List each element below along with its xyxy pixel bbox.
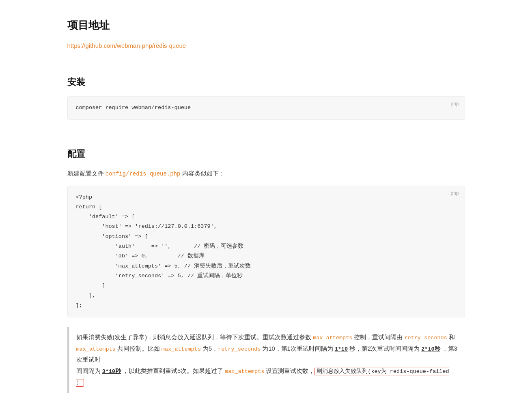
- project-title: 项目地址: [67, 16, 465, 34]
- notice-text-5: 为5，: [201, 345, 218, 352]
- notice-time1: 1*10: [335, 346, 348, 352]
- notice-text-10: 设置测重试次数，: [264, 368, 314, 374]
- notice-retry-seconds-2: retry_seconds: [218, 346, 261, 352]
- config-line-4: 'options' => [: [76, 232, 457, 242]
- notice-text-2: 控制，重试间隔由: [352, 334, 404, 340]
- config-line-6: 'db' => 0, // 数据库: [76, 251, 457, 261]
- config-title: 配置: [67, 146, 465, 161]
- config-desc-prefix: 新建配置文件: [67, 170, 106, 177]
- page-container: 项目地址 https://github.com/webman-php/redis…: [35, 0, 498, 394]
- config-desc-suffix: 内容类似如下：: [181, 170, 225, 177]
- config-line-9: ]: [76, 281, 457, 291]
- notice-text-1: 如果消费失败(发生了异常)，则消息会放入延迟队列，等待下次重试。重试次数通过参数: [76, 334, 313, 340]
- config-line-1: return [: [76, 202, 457, 212]
- config-code-block: php <?php return [ 'default' => [ 'host'…: [67, 186, 465, 318]
- notice-text-3: 和: [447, 334, 455, 340]
- notice-max-attempts-2: max_attempts: [76, 346, 116, 352]
- config-section: 配置 新建配置文件 config/redis_queue.php 内容类似如下：…: [67, 146, 465, 317]
- project-link[interactable]: https://github.com/webman-php/redis-queu…: [67, 42, 186, 49]
- install-code-line: composer require webman/redis-queue: [76, 103, 457, 113]
- notice-text-9: ，以此类推直到重试5次。如果超过了: [121, 368, 225, 374]
- notice-max-attempts-4: max_attempts: [225, 368, 264, 375]
- install-code-block: php composer require webman/redis-queue: [67, 96, 465, 120]
- notice-time2: 2*10秒: [421, 346, 440, 352]
- config-line-7: 'max_attempts' => 5, // 消费失败后，重试次数: [76, 261, 457, 271]
- config-line-11: ];: [76, 301, 457, 310]
- config-line-2: 'default' => [: [76, 212, 457, 222]
- config-line-8: 'retry_seconds' => 5, // 重试间隔，单位秒: [76, 271, 457, 281]
- config-line-3: 'host' => 'redis://127.0.0.1:6379',: [76, 222, 457, 231]
- notice-text-4: 共同控制。比如: [116, 345, 162, 352]
- notice-max-attempts-1: max_attempts: [313, 335, 352, 341]
- notice-max-attempts-3: max_attempts: [162, 346, 201, 352]
- notice-text-6: 为10，第1次重试时间隔为: [261, 345, 334, 352]
- install-title: 安装: [67, 75, 465, 90]
- notice-time3: 3*10秒: [102, 368, 121, 375]
- project-section: 项目地址 https://github.com/webman-php/redis…: [67, 16, 465, 51]
- config-lang-label: php: [450, 189, 459, 198]
- config-filename: config/redis_queue.php: [106, 171, 181, 177]
- config-line-10: ],: [76, 291, 457, 301]
- install-lang-label: php: [450, 100, 459, 109]
- notice-retry-seconds-1: retry_seconds: [404, 335, 447, 341]
- config-desc: 新建配置文件 config/redis_queue.php 内容类似如下：: [67, 168, 465, 179]
- notice-text-7: 秒，第2次重试时间间隔为: [348, 345, 421, 352]
- install-section: 安装 php composer require webman/redis-que…: [67, 75, 465, 120]
- notice-block: 如果消费失败(发生了异常)，则消息会放入延迟队列，等待下次重试。重试次数通过参数…: [67, 327, 465, 393]
- config-line-5: 'auth' => '', // 密码，可选参数: [76, 242, 457, 251]
- config-line-0: <?php: [76, 193, 457, 202]
